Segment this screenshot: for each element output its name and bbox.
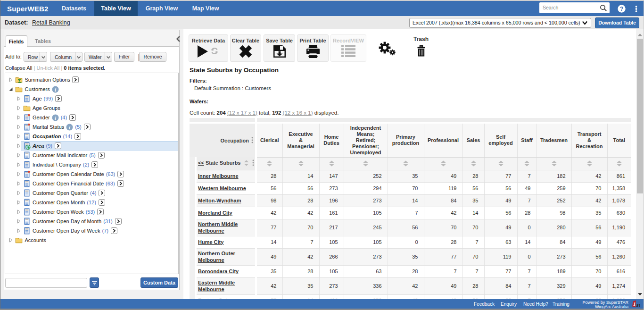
- svg-text:?: ?: [620, 6, 624, 12]
- svg-text:Σ: Σ: [18, 78, 22, 84]
- svg-text:1: 1: [633, 301, 636, 307]
- svg-text:ST: ST: [636, 303, 641, 308]
